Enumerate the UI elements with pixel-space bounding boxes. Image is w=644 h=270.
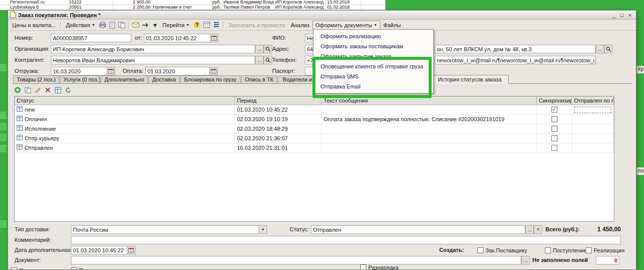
status-clear-button[interactable]: ×: [534, 225, 542, 234]
help-icon[interactable]: ?: [193, 21, 202, 30]
tab-cargo-block[interactable]: Блокировка по грузу: [180, 75, 240, 83]
payment-date-field[interactable]: 01.03.2020: [145, 67, 218, 75]
grid-toolbar: [13, 85, 72, 95]
tab-delivery[interactable]: Доставка: [148, 75, 180, 83]
shipping-date-field[interactable]: 16.03.2020: [51, 67, 115, 75]
calendar-icon[interactable]: [127, 246, 135, 254]
tab-status-history[interactable]: История статусов заказа: [431, 75, 509, 84]
total-label: Всего (руб.):: [545, 225, 580, 234]
bg-cell: Наличными и счет: [152, 5, 211, 10]
create-realization-checkbox[interactable]: Реализация: [586, 246, 624, 254]
number-field[interactable]: А0000038957: [51, 34, 131, 42]
menu-item-make-supplier-orders[interactable]: Оформить заказы поставщикам: [313, 41, 433, 51]
tab-drivers[interactable]: Водители и: [278, 75, 317, 83]
extra-date-label: Дата дополнительная:: [15, 246, 72, 254]
bg-cell: Иванов Владимир Влад...: [222, 0, 274, 5]
calendar-icon[interactable]: [210, 34, 218, 42]
files-button[interactable]: Файлы: [381, 21, 404, 29]
address-field-right[interactable]: он, 50 лет ВЛКСМ ул, дом № 48, кв.3: [435, 45, 596, 53]
bg-cell: 01.02.2018: [326, 5, 361, 10]
structure-icon[interactable]: [212, 21, 221, 30]
menu-item-make-realization[interactable]: Оформить реализацию: [313, 31, 433, 41]
status-send-checkbox[interactable]: Статус отправ: [11, 266, 56, 270]
check-supplier-checkbox[interactable]: Проверить поставщика в номенклатуры: [71, 266, 182, 270]
send-icon[interactable]: [141, 21, 150, 30]
organization-field[interactable]: ИП Коротков Александр Борисович: [51, 45, 255, 53]
document-select-button[interactable]: ...: [521, 256, 530, 264]
column-synced[interactable]: Синхронизиров...: [537, 97, 572, 105]
delete-row-icon[interactable]: [43, 85, 52, 95]
more-actions-icon[interactable]: ▼: [150, 21, 159, 30]
column-status[interactable]: Статус: [15, 97, 235, 105]
organization-open-icon[interactable]: [264, 45, 272, 53]
contragent-select-button[interactable]: ...: [255, 56, 264, 64]
synced-checkbox[interactable]: [551, 116, 557, 122]
raznaryadka-checkbox[interactable]: Разнарядка: [360, 263, 398, 270]
extra-date-field[interactable]: 01.03.2020 10:45:22: [71, 246, 135, 254]
table-row[interactable]: new 01.03.2020 10:45:22 ✓: [15, 105, 614, 115]
calendar-icon[interactable]: [209, 67, 217, 75]
focus-cell: [574, 107, 611, 113]
add-row-icon[interactable]: [13, 85, 22, 95]
address-select-button[interactable]: ...: [596, 45, 604, 53]
analysis-button[interactable]: Анализ: [288, 21, 312, 29]
calendar-icon[interactable]: [107, 67, 115, 75]
address-open-icon[interactable]: [604, 45, 613, 53]
status-select-button[interactable]: ...: [525, 225, 534, 234]
status-cell: Отправлен: [25, 143, 53, 152]
create-supplier-order-checkbox[interactable]: Зак.Поставщику: [477, 246, 527, 254]
tab-additional[interactable]: Дополнительно: [101, 75, 148, 83]
status-cell: Отпр.курьеру: [25, 134, 59, 143]
table-row[interactable]: Отправлен 16.03.2020 21:31:01: [15, 143, 614, 153]
report-icon[interactable]: [202, 21, 211, 30]
background-highlight: [0, 64, 7, 71]
close-button[interactable]: ×: [626, 12, 634, 19]
fill-and-post-button[interactable]: Заполнить и провести: [226, 21, 288, 29]
status-field[interactable]: Отправлен: [311, 225, 525, 234]
organization-select-button[interactable]: ...: [255, 45, 264, 53]
refresh-icon[interactable]: [63, 85, 72, 95]
column-sent[interactable]: Отправлен по п...: [572, 97, 614, 105]
annotation-highlight-box: [312, 57, 432, 98]
tab-tk-list[interactable]: Опись в ТК: [241, 75, 277, 83]
synced-checkbox[interactable]: [551, 145, 557, 151]
synced-checkbox[interactable]: [551, 135, 557, 141]
delivery-type-select[interactable]: Почта России ▼: [71, 225, 267, 234]
synced-checkbox[interactable]: ✓: [551, 107, 557, 113]
email-field[interactable]: neworotow_i_w@mail.ru¶neworotow_i_w@mail…: [435, 56, 596, 64]
maximize-button[interactable]: □: [618, 12, 626, 19]
fio-label: ФИО:: [272, 34, 286, 42]
edit-row-icon[interactable]: [33, 85, 42, 95]
grid-settings-icon[interactable]: [53, 85, 62, 95]
goto-button[interactable]: Перейти▼: [160, 21, 192, 29]
mail-icon[interactable]: [131, 21, 140, 30]
chevron-down-icon: ▼: [186, 23, 190, 27]
synced-checkbox[interactable]: [551, 126, 557, 132]
minimize-button[interactable]: _: [610, 12, 618, 19]
date-field[interactable]: 01.03.2020 10:45:22: [144, 34, 218, 42]
tab-services[interactable]: Услуги (0 поз.): [60, 75, 100, 83]
column-period[interactable]: Период: [235, 97, 321, 105]
copy-row-icon[interactable]: [23, 85, 32, 95]
tab-goods[interactable]: Товары (2 поз.): [13, 75, 59, 83]
table-row[interactable]: Оплачен 02.03.2020 19:10:19 Оплата заказ…: [15, 115, 614, 124]
background-highlight: [0, 123, 7, 130]
contragent-open-icon[interactable]: [264, 56, 272, 64]
comment-field[interactable]: [71, 236, 621, 244]
actions-button[interactable]: Действия▼: [63, 21, 98, 29]
table-row: Регионтелнаб.ru 15222 2 900,00 руб. Иван…: [0, 0, 385, 5]
print-icon[interactable]: [98, 21, 107, 30]
chevron-down-icon[interactable]: ▼: [259, 226, 267, 233]
copy-icon[interactable]: [117, 21, 126, 30]
make-documents-button[interactable]: Оформить документы▼: [312, 21, 380, 30]
period-cell: 02.03.2020 18:48:29: [235, 124, 321, 133]
chevron-down-icon: ▼: [374, 23, 377, 27]
document-field[interactable]: [71, 256, 521, 264]
create-receipt-checkbox[interactable]: Поступление: [545, 246, 587, 254]
preview-icon[interactable]: [108, 21, 117, 30]
period-cell: 02.03.2020 21:36:07: [235, 134, 321, 143]
table-row[interactable]: Исполнение 02.03.2020 18:48:29: [15, 124, 614, 134]
table-row[interactable]: Отпр.курьеру 02.03.2020 21:36:07: [15, 134, 614, 143]
contragent-field[interactable]: Неворотов Иван Владимирович: [51, 56, 255, 64]
prices-currency-button[interactable]: Цены и валюта...: [10, 21, 58, 29]
